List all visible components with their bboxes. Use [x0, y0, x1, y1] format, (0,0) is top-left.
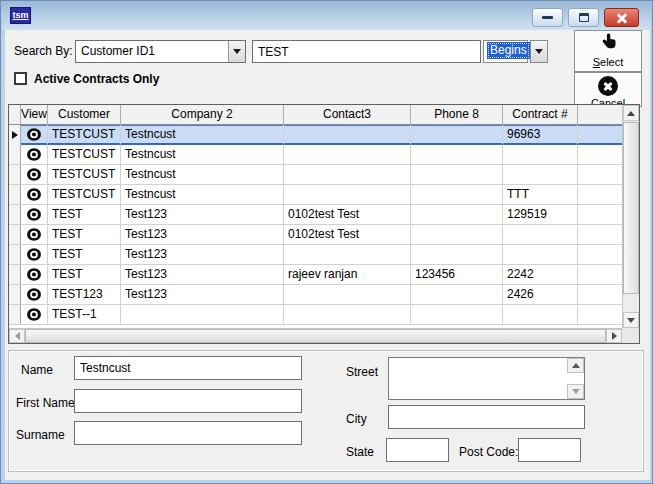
contract-cell[interactable]: 129519 [503, 205, 578, 225]
contract-cell[interactable]: 96963 [503, 125, 578, 145]
customer-cell[interactable]: TEST [48, 245, 121, 265]
scroll-down-button[interactable] [623, 312, 639, 328]
phone8-cell[interactable] [411, 305, 503, 325]
column-header-phone8[interactable]: Phone 8 [411, 105, 503, 125]
customer-cell[interactable]: TEST123 [48, 285, 121, 305]
search-field-dropdown-button[interactable] [228, 41, 245, 62]
phone8-cell[interactable] [411, 125, 503, 145]
view-cell[interactable] [21, 125, 48, 145]
scroll-up-button[interactable] [623, 105, 639, 121]
phone8-cell[interactable] [411, 145, 503, 165]
select-button[interactable]: Select [574, 30, 642, 72]
view-cell[interactable] [21, 145, 48, 165]
contact3-cell[interactable] [284, 185, 411, 205]
customer-cell[interactable]: TESTCUST [48, 165, 121, 185]
match-mode-combobox[interactable]: Begins [483, 40, 528, 63]
maximize-button[interactable] [568, 8, 599, 27]
column-header-company2[interactable]: Company 2 [121, 105, 284, 125]
match-mode-dropdown-button[interactable] [530, 40, 548, 63]
contact3-cell[interactable]: rajeev ranjan [284, 265, 411, 285]
customer-cell[interactable]: TEST [48, 225, 121, 245]
table-row[interactable]: TEST--1 [9, 305, 622, 325]
view-cell[interactable] [21, 225, 48, 245]
table-row[interactable]: TESTCUST Testncust [9, 165, 622, 185]
search-query-input[interactable] [252, 40, 481, 63]
view-cell[interactable] [21, 305, 48, 325]
table-row[interactable]: TEST Test123 rajeev ranjan 123456 2242 [9, 265, 622, 285]
company2-cell[interactable]: Test123 [121, 265, 284, 285]
street-scroll-up-button[interactable] [567, 358, 584, 373]
view-cell[interactable] [21, 165, 48, 185]
company2-cell[interactable]: Testncust [121, 185, 284, 205]
surname-field[interactable] [74, 421, 302, 445]
view-cell[interactable] [21, 205, 48, 225]
scroll-left-button[interactable] [9, 329, 25, 343]
phone8-cell[interactable] [411, 185, 503, 205]
company2-cell[interactable]: Testncust [121, 145, 284, 165]
contract-cell[interactable] [503, 245, 578, 265]
horizontal-scrollbar-thumb[interactable] [25, 329, 606, 343]
phone8-cell[interactable] [411, 165, 503, 185]
company2-cell[interactable] [121, 305, 284, 325]
table-row[interactable]: TEST Test123 0102test Test [9, 225, 622, 245]
customer-cell[interactable]: TEST [48, 205, 121, 225]
contract-cell[interactable]: 2242 [503, 265, 578, 285]
state-field[interactable] [386, 438, 449, 462]
column-header-contract[interactable]: Contract # [503, 105, 578, 125]
horizontal-scrollbar[interactable] [9, 328, 622, 343]
customer-cell[interactable]: TEST--1 [48, 305, 121, 325]
street-field[interactable] [388, 357, 585, 400]
customer-cell[interactable]: TESTCUST [48, 125, 121, 145]
column-header-customer[interactable]: Customer [48, 105, 121, 125]
contract-cell[interactable]: TTT [503, 185, 578, 205]
contact3-cell[interactable] [284, 165, 411, 185]
phone8-cell[interactable] [411, 205, 503, 225]
phone8-cell[interactable]: 123456 [411, 265, 503, 285]
post-code-field[interactable] [518, 438, 581, 462]
table-row[interactable]: TESTCUST Testncust [9, 145, 622, 165]
name-field[interactable] [74, 356, 302, 380]
contract-cell[interactable] [503, 225, 578, 245]
phone8-cell[interactable] [411, 245, 503, 265]
street-scroll-down-button[interactable] [567, 384, 584, 399]
contract-cell[interactable] [503, 165, 578, 185]
view-cell[interactable] [21, 285, 48, 305]
contract-cell[interactable] [503, 305, 578, 325]
company2-cell[interactable]: Test123 [121, 225, 284, 245]
customer-cell[interactable]: TEST [48, 265, 121, 285]
contact3-cell[interactable] [284, 125, 411, 145]
city-field[interactable] [388, 405, 585, 429]
customer-cell[interactable]: TESTCUST [48, 145, 121, 165]
phone8-cell[interactable] [411, 225, 503, 245]
minimize-button[interactable] [532, 8, 563, 27]
contact3-cell[interactable] [284, 145, 411, 165]
company2-cell[interactable]: Test123 [121, 205, 284, 225]
scroll-right-button[interactable] [606, 329, 622, 343]
contract-cell[interactable]: 2426 [503, 285, 578, 305]
cancel-button[interactable]: Cancel [574, 72, 642, 107]
table-row[interactable]: TEST123 Test123 2426 [9, 285, 622, 305]
vertical-scrollbar-thumb[interactable] [623, 122, 639, 294]
contract-cell[interactable] [503, 145, 578, 165]
company2-cell[interactable]: Testncust [121, 125, 284, 145]
table-row[interactable]: TESTCUST Testncust TTT [9, 185, 622, 205]
contact3-cell[interactable] [284, 305, 411, 325]
view-cell[interactable] [21, 265, 48, 285]
phone8-cell[interactable] [411, 285, 503, 305]
street-textarea[interactable] [389, 358, 567, 399]
search-field-combobox[interactable]: Customer ID1 [75, 40, 246, 63]
close-button[interactable] [604, 8, 639, 27]
contact3-cell[interactable]: 0102test Test [284, 205, 411, 225]
company2-cell[interactable]: Test123 [121, 285, 284, 305]
view-cell[interactable] [21, 185, 48, 205]
table-row[interactable]: TEST Test123 0102test Test 129519 [9, 205, 622, 225]
active-contracts-checkbox[interactable] [14, 72, 27, 85]
contact3-cell[interactable]: 0102test Test [284, 225, 411, 245]
table-row[interactable]: TEST Test123 [9, 245, 622, 265]
contact3-cell[interactable] [284, 245, 411, 265]
company2-cell[interactable]: Testncust [121, 165, 284, 185]
view-cell[interactable] [21, 245, 48, 265]
table-row[interactable]: TESTCUST Testncust 96963 [9, 125, 622, 145]
vertical-scrollbar[interactable] [622, 105, 639, 328]
company2-cell[interactable]: Test123 [121, 245, 284, 265]
